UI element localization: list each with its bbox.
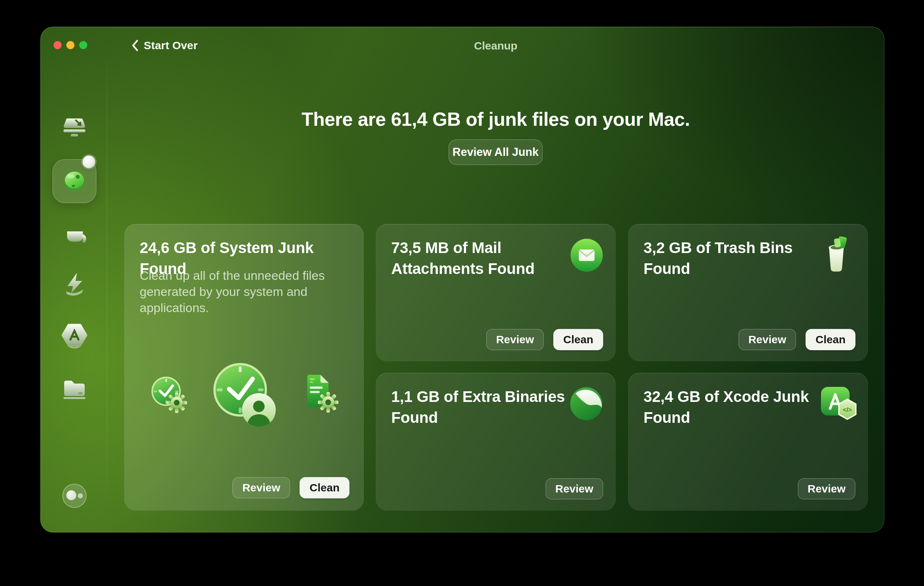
assistant-orbs-icon[interactable] xyxy=(62,484,87,508)
cleanup-disc-icon[interactable] xyxy=(59,165,90,197)
applications-icon xyxy=(61,324,88,351)
zoom-window-button[interactable] xyxy=(79,41,87,49)
minimize-window-button[interactable] xyxy=(66,41,74,49)
card-extra-binaries: 1,1 GB of Extra Binaries Found Review xyxy=(376,373,615,510)
sidebar-item-protection[interactable] xyxy=(62,220,87,248)
trash-bins-title: 3,2 GB of Trash Bins Found xyxy=(644,237,793,279)
sidebar-item-files[interactable] xyxy=(61,378,87,401)
system-junk-review-button[interactable]: Review xyxy=(233,477,290,499)
titlebar: Start Over Cleanup xyxy=(40,27,884,63)
gear-icon xyxy=(318,392,339,414)
user-badge-icon xyxy=(241,392,277,429)
mail-attachments-title: 73,5 MB of Mail Attachments Found xyxy=(391,237,535,279)
xcode-junk-title: 32,4 GB of Xcode Junk Found xyxy=(644,386,809,428)
card-xcode-junk: 32,4 GB of Xcode Junk Found </> xyxy=(628,373,868,510)
trash-bins-clean-button[interactable]: Clean xyxy=(805,329,855,350)
svg-text:</>: </> xyxy=(843,406,852,413)
cleanup-badge-orb xyxy=(82,155,95,168)
card-mail-attachments: 73,5 MB of Mail Attachments Found Review… xyxy=(376,224,615,361)
hand-icon xyxy=(62,220,87,248)
app-window: Start Over Cleanup xyxy=(40,27,884,532)
trash-bins-review-button[interactable]: Review xyxy=(738,329,796,350)
mail-attachments-review-button[interactable]: Review xyxy=(486,329,544,350)
card-system-junk: 24,6 GB of System Junk Found Clean up al… xyxy=(124,224,364,510)
lightning-icon xyxy=(63,272,86,300)
xcode-icon: </> xyxy=(821,386,857,421)
assistant-small-orb xyxy=(78,493,83,499)
junk-summary-headline: There are 61,4 GB of junk files on your … xyxy=(302,108,690,130)
sidebar-item-smart-scan[interactable] xyxy=(61,117,87,140)
extra-binaries-review-button[interactable]: Review xyxy=(546,478,603,499)
xcode-junk-review-button[interactable]: Review xyxy=(798,478,855,499)
gear-icon xyxy=(166,392,187,415)
mail-attachments-clean-button[interactable]: Clean xyxy=(553,329,603,350)
close-window-button[interactable] xyxy=(54,41,62,49)
chevron-left-icon xyxy=(131,40,139,51)
start-over-label: Start Over xyxy=(144,39,198,52)
start-over-button[interactable]: Start Over xyxy=(131,38,198,53)
drive-icon xyxy=(61,117,87,140)
trash-bin-icon xyxy=(822,236,851,276)
assistant-large-orb xyxy=(66,490,76,500)
folder-icon xyxy=(61,378,87,401)
binaries-icon xyxy=(570,387,603,422)
cleanup-cards-grid: 24,6 GB of System Junk Found Clean up al… xyxy=(124,224,868,510)
review-all-junk-button[interactable]: Review All Junk xyxy=(449,139,543,165)
system-junk-clean-button[interactable]: Clean xyxy=(300,477,350,499)
sidebar-item-performance[interactable] xyxy=(63,272,86,300)
system-junk-description: Clean up all of the unneeded files gener… xyxy=(140,267,325,316)
mail-icon xyxy=(570,238,603,274)
window-title: Cleanup xyxy=(474,40,517,52)
sidebar-divider xyxy=(107,53,107,511)
card-trash-bins: 3,2 GB of Trash Bins Found xyxy=(628,224,868,361)
extra-binaries-title: 1,1 GB of Extra Binaries Found xyxy=(391,386,565,428)
sidebar-item-applications[interactable] xyxy=(61,324,88,351)
